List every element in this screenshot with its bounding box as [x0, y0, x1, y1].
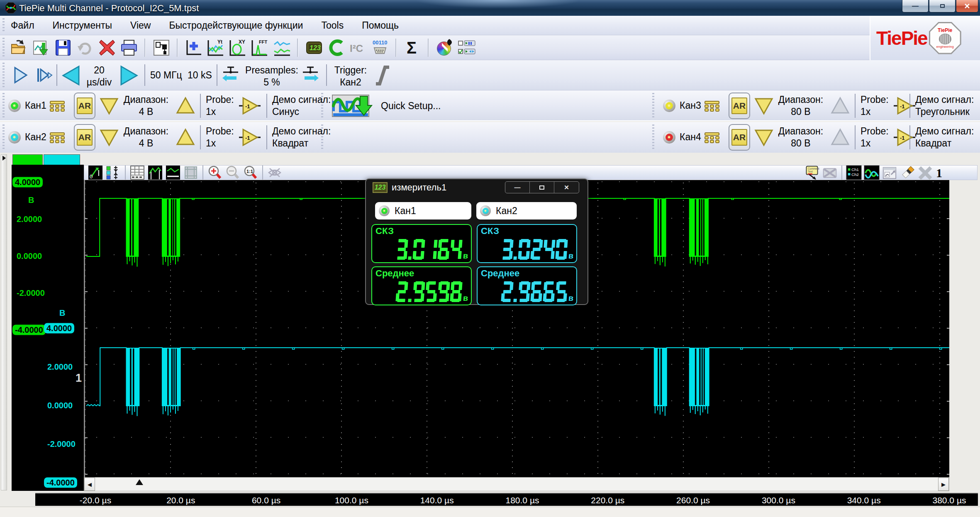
probe-icon[interactable]: -1 — [893, 128, 916, 149]
channel-slider-icon[interactable] — [105, 165, 121, 180]
menu-4[interactable]: Tools — [321, 20, 344, 31]
probe-icon[interactable]: -1 — [893, 96, 916, 117]
graph-tab-ch1[interactable] — [12, 154, 43, 165]
meter-maximize-button[interactable] — [530, 182, 554, 193]
autorange-button[interactable]: AR — [731, 98, 747, 114]
meter-minimize-button[interactable]: — — [505, 182, 530, 193]
sum-icon[interactable]: Σ — [403, 38, 422, 57]
waves-icon[interactable] — [864, 166, 880, 180]
channel-led[interactable] — [8, 131, 21, 144]
quick-setup-button[interactable]: Quick Setup... — [332, 93, 481, 119]
i2c-meter-icon[interactable]: I²C — [349, 38, 367, 57]
scroll-right-button[interactable]: ▶ — [938, 478, 949, 491]
close-button[interactable]: ✕ — [956, 0, 978, 12]
graph-tab-ch2[interactable] — [44, 154, 80, 165]
timebase-increase-button[interactable] — [119, 65, 139, 88]
envelope-x-icon[interactable] — [822, 166, 838, 180]
meter-window[interactable]: 123 измеритель1 — ✕ Кан1Кан2СКЗвСКЗвСред… — [365, 178, 588, 305]
flowchart-icon[interactable] — [152, 38, 171, 57]
range-display[interactable]: Диапазон:80 В — [776, 125, 826, 149]
probe-display[interactable]: Probe:1x — [861, 125, 889, 149]
minimize-button[interactable]: — — [902, 0, 929, 12]
zoom-in-icon[interactable] — [207, 165, 223, 180]
probe-display[interactable]: Probe:1x — [206, 94, 234, 118]
demo-signal-display[interactable]: Демо сигнал:Синус — [272, 94, 331, 118]
export-window-icon[interactable] — [882, 166, 897, 180]
timebase-decrease-button[interactable] — [61, 65, 80, 88]
channel-settings-icon[interactable] — [50, 101, 66, 112]
channel-settings-icon[interactable] — [705, 132, 721, 143]
autorange-button[interactable]: AR — [731, 129, 747, 146]
oneshot-button[interactable] — [35, 66, 53, 86]
range-display[interactable]: Диапазон:4 В — [121, 125, 171, 149]
menu-5[interactable]: Помощь — [362, 20, 399, 31]
range-increase-button[interactable] — [831, 96, 850, 117]
horizontal-scrollbar[interactable]: ◀ ▶ — [84, 477, 949, 491]
range-increase-button[interactable] — [176, 96, 195, 117]
save-icon[interactable] — [54, 38, 72, 57]
demo-signal-display[interactable]: Демо сигнал:Треугольник — [915, 94, 974, 118]
channel-settings-icon[interactable] — [705, 101, 721, 112]
c-meter-icon[interactable] — [327, 38, 345, 57]
zoom-out-icon[interactable] — [225, 165, 241, 180]
autorange-button[interactable]: AR — [77, 129, 93, 146]
meter-123-icon[interactable]: 123 — [305, 38, 323, 57]
menu-3[interactable]: Быстродействующие функции — [169, 20, 303, 31]
presamples-decrease-button[interactable] — [222, 65, 240, 88]
channel-settings-icon[interactable] — [50, 132, 66, 143]
trigger-position-marker[interactable] — [136, 479, 143, 485]
axes-zero-icon[interactable]: 0 — [88, 165, 103, 180]
fit-frame-icon[interactable] — [183, 165, 199, 180]
range-increase-button[interactable] — [176, 128, 195, 149]
scroll-left-button[interactable]: ◀ — [84, 478, 95, 491]
presamples-increase-button[interactable] — [301, 65, 319, 88]
graph-envelope-icon[interactable] — [165, 165, 181, 180]
refresh-icon[interactable] — [76, 38, 94, 57]
probe-icon[interactable]: -1 — [238, 96, 261, 117]
menu-2[interactable]: View — [130, 20, 151, 31]
hide-eye-icon[interactable] — [267, 165, 283, 180]
channel-led[interactable] — [663, 100, 675, 112]
range-decrease-button[interactable] — [754, 128, 773, 149]
range-increase-button[interactable] — [831, 128, 850, 149]
delete-icon[interactable] — [98, 38, 116, 57]
channel-legend-icon[interactable]: Ch1Ch2 — [846, 166, 862, 180]
probe-icon[interactable]: -1 — [238, 128, 261, 149]
probe-display[interactable]: Probe:1x — [861, 94, 889, 118]
meter-close-button[interactable]: ✕ — [554, 182, 579, 193]
color-palette-icon[interactable] — [436, 38, 454, 57]
add-graph-icon[interactable] — [185, 38, 203, 57]
probe-display[interactable]: Probe:1x — [206, 125, 234, 149]
channel-led[interactable] — [663, 131, 675, 144]
demo-signal-display[interactable]: Демо сигнал:Квадрат — [915, 125, 974, 149]
autorange-button[interactable]: AR — [77, 98, 93, 114]
menu-0[interactable]: Файл — [11, 20, 34, 31]
export-graph-icon[interactable] — [32, 38, 50, 57]
maximize-button[interactable] — [929, 0, 956, 12]
serial-meter-icon[interactable]: 00110 — [371, 38, 389, 57]
fft-graph-icon[interactable]: FFT — [251, 38, 269, 57]
channel-led[interactable] — [8, 100, 21, 112]
trigger-slope-icon[interactable] — [373, 65, 392, 88]
range-decrease-button[interactable] — [100, 96, 119, 117]
range-display[interactable]: Диапазон:4 В — [121, 94, 171, 118]
start-button[interactable] — [12, 66, 29, 86]
splitter-handle[interactable] — [1, 154, 7, 490]
demo-signal-display[interactable]: Демо сигнал:Квадрат — [272, 125, 331, 149]
print-icon[interactable] — [120, 38, 138, 57]
range-display[interactable]: Диапазон:80 В — [776, 94, 826, 118]
range-decrease-button[interactable] — [754, 96, 773, 117]
open-icon[interactable] — [10, 38, 28, 57]
zoom-reset-icon[interactable]: 1:1 — [243, 165, 258, 180]
table-view-icon[interactable] — [129, 165, 145, 180]
xy-graph-icon[interactable]: XY — [229, 38, 247, 57]
graph-peaks-icon[interactable] — [147, 165, 163, 180]
range-decrease-button[interactable] — [100, 128, 119, 149]
line-graph-icon[interactable] — [273, 38, 291, 57]
eraser-icon[interactable] — [900, 166, 915, 180]
record-length[interactable]: 10 kS — [188, 69, 212, 81]
panel-toggle-icon[interactable] — [458, 38, 476, 57]
clear-x-icon[interactable] — [917, 166, 933, 180]
trigger-settings[interactable]: Trigger:Кан2 — [332, 64, 369, 88]
menu-1[interactable]: Инструменты — [53, 20, 112, 31]
